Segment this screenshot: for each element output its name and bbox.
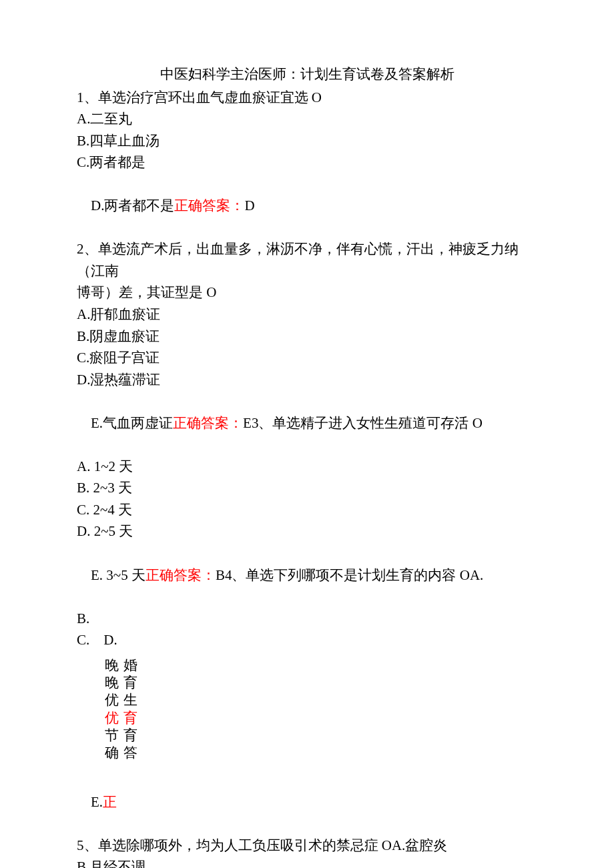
page-title: 中医妇科学主治医师：计划生育试卷及答案解析 — [77, 63, 537, 85]
q4-e-prefix: E. — [91, 794, 103, 810]
q2-e-q3-line: E.气血两虚证正确答案：E3、单选精子进入女性生殖道可存活 O — [77, 390, 537, 456]
q4-v-wanyu: 晚 育 — [105, 674, 537, 691]
q3-e-q4-line: E. 3~5 天正确答案：B4、单选下列哪项不是计划生育的内容 OA. — [77, 542, 537, 608]
q1-option-d-text: D.两者都不是 — [91, 197, 174, 213]
q4-vertical-options: 晚 婚 晚 育 优 生 优 育 节 育 确 答 — [105, 657, 537, 762]
q3-option-c: C. 2~4 天 — [77, 499, 537, 521]
q2-option-d: D.湿热蕴滞证 — [77, 369, 537, 391]
document-page: 中医妇科学主治医师：计划生育试卷及答案解析 1、单选治疗宫环出血气虚血瘀证宜选 … — [0, 0, 614, 868]
q2-answer-label: 正确答案： — [173, 415, 243, 431]
q2-answer-value: E — [243, 415, 252, 431]
q4-v-jieyu: 节 育 — [105, 727, 537, 744]
q2-option-e-text: E.气血两虚证 — [91, 415, 173, 431]
q1-answer-label: 正确答案： — [174, 197, 244, 213]
q2-option-b: B.阴虚血瘀证 — [77, 326, 537, 348]
q3-stem: 3、单选精子进入女性生殖道可存活 O — [252, 415, 483, 431]
q4-v-wanhun: 晚 婚 — [105, 657, 537, 674]
q2-stem-line2: 博哥）差，其证型是 O — [77, 282, 537, 304]
q2-option-c: C.瘀阻子宫证 — [77, 347, 537, 369]
q3-answer-label: 正确答案： — [145, 567, 216, 583]
q1-option-a: A.二至丸 — [77, 108, 537, 130]
q4-v-queda: 确 答 — [105, 744, 537, 761]
q4-v-yousheng: 优 生 — [105, 691, 537, 709]
q3-option-a: A. 1~2 天 — [77, 456, 537, 478]
q1-option-b: B.四草止血汤 — [77, 130, 537, 152]
q5-stem: 5、单选除哪项外，均为人工负压吸引术的禁忌症 OA.盆腔炎 — [77, 835, 537, 857]
q1-stem: 1、单选治疗宫环出血气虚血瘀证宜选 O — [77, 87, 537, 109]
q2-stem-line1: 2、单选流产术后，出血量多，淋沥不净，伴有心慌，汗出，神疲乏力纳（江南 — [77, 238, 537, 282]
q3-option-b: B. 2~3 天 — [77, 477, 537, 499]
q3-option-e-text: E. 3~5 天 — [91, 567, 145, 583]
q1-option-c: C.两者都是 — [77, 151, 537, 173]
q4-e-red: 正 — [103, 794, 117, 810]
q5-option-b: B.月经不调 — [77, 856, 537, 868]
q1-option-d-answer: D.两者都不是正确答案：D — [77, 173, 537, 239]
q3-option-d: D. 2~5 天 — [77, 520, 537, 542]
q4-stem: 4、单选下列哪项不是计划生育的内容 OA. — [225, 567, 483, 583]
q1-answer-value: D — [244, 197, 254, 213]
q4-option-e: E.正 — [77, 769, 537, 835]
q4-v-youyu: 优 育 — [105, 709, 537, 727]
q3-answer-value: B — [216, 567, 225, 583]
q2-option-a: A.肝郁血瘀证 — [77, 304, 537, 326]
q4-option-b: B. — [77, 608, 537, 630]
q4-option-cd: C. D. — [77, 629, 537, 651]
